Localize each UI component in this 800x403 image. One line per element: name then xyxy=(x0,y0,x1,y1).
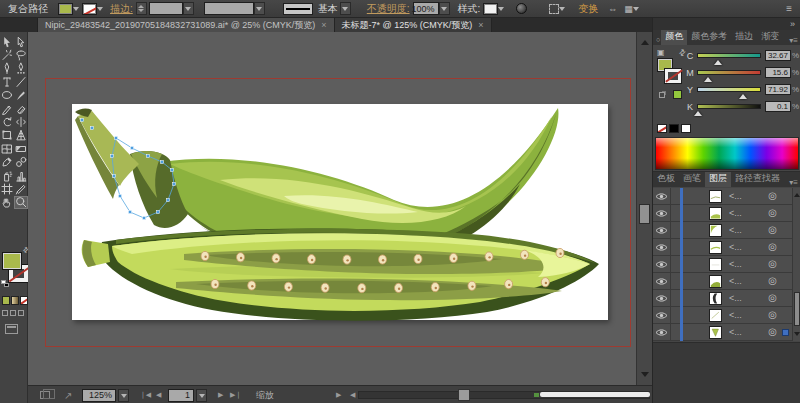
visibility-eye-icon[interactable] xyxy=(653,256,671,273)
opacity-field[interactable]: 100% xyxy=(413,2,439,15)
align-icon[interactable]: ⇔ xyxy=(608,4,617,14)
draw-normal-button[interactable] xyxy=(2,310,8,316)
okra-pod[interactable] xyxy=(82,228,599,320)
variable-width-field[interactable] xyxy=(204,2,254,15)
type-tool[interactable] xyxy=(0,75,14,88)
layer-thumbnail[interactable] xyxy=(709,190,722,203)
brush-stroke-preview[interactable] xyxy=(283,3,313,15)
zoom-level-field[interactable]: 125% xyxy=(82,386,116,403)
visibility-eye-icon[interactable] xyxy=(653,188,671,205)
stroke-weight-dropdown[interactable] xyxy=(183,2,194,15)
width-tool[interactable] xyxy=(14,115,28,128)
target-circle-icon[interactable]: ◎ xyxy=(768,327,777,337)
gradient-tool[interactable] xyxy=(14,142,28,155)
zoom-tool[interactable] xyxy=(14,196,28,209)
symbol-sprayer-tool[interactable] xyxy=(0,169,14,182)
target-circle-icon[interactable]: ◎ xyxy=(768,225,777,235)
none-mode-button[interactable] xyxy=(20,296,28,305)
slider-thumb[interactable] xyxy=(694,107,702,116)
ellipse-tool[interactable] xyxy=(0,89,14,102)
lasso-tool[interactable] xyxy=(14,48,28,61)
horizontal-scroll-grip[interactable] xyxy=(458,389,470,401)
layer-thumbnail[interactable] xyxy=(709,292,722,305)
fill-proxy-swatch[interactable] xyxy=(2,252,22,270)
layer-label[interactable]: <... xyxy=(729,225,742,235)
screen-mode-button[interactable] xyxy=(5,324,18,334)
color-panel-tab[interactable]: 描边 xyxy=(731,30,757,45)
layers-panel-tab[interactable]: 画笔 xyxy=(679,172,705,187)
layer-row[interactable]: <...◎ xyxy=(653,205,800,222)
document-tab[interactable]: 未标题-7* @ 125% (CMYK/预览)× xyxy=(335,18,492,32)
eraser-tool[interactable] xyxy=(14,102,28,115)
color-spectrum[interactable] xyxy=(655,137,799,170)
stroke-color-swatch[interactable] xyxy=(82,3,97,15)
style-dropdown-icon[interactable] xyxy=(498,7,504,14)
layer-row[interactable]: <...◎ xyxy=(653,290,800,307)
layers-panel-tab[interactable]: 色板 xyxy=(653,172,679,187)
next-artboard-icon[interactable]: ▶ xyxy=(218,386,223,403)
free-transform-tool[interactable] xyxy=(0,129,14,142)
rotate-tool[interactable] xyxy=(0,115,14,128)
draw-inside-button[interactable] xyxy=(18,310,24,316)
out-of-gamut-icon[interactable] xyxy=(659,92,665,98)
layers-scroll-up-icon[interactable] xyxy=(794,190,800,197)
artboard-number-field[interactable]: 1 xyxy=(168,386,194,403)
layer-thumbnail[interactable] xyxy=(709,326,722,339)
eyedropper-tool[interactable] xyxy=(0,156,14,169)
selection-tool[interactable] xyxy=(0,35,14,48)
select-similar-icon[interactable] xyxy=(549,4,559,14)
layer-thumbnail[interactable] xyxy=(709,275,722,288)
scroll-up-icon[interactable] xyxy=(641,36,649,45)
layers-scroll-thumb[interactable] xyxy=(794,292,800,326)
stroke-weight-link[interactable]: 描边: xyxy=(110,2,133,16)
layer-thumbnail[interactable] xyxy=(709,207,722,220)
layers-panel-menu-icon[interactable]: ▾≡ xyxy=(789,175,800,187)
magic-wand-tool[interactable] xyxy=(0,48,14,61)
visibility-eye-icon[interactable] xyxy=(653,273,671,290)
select-similar-dropdown[interactable] xyxy=(559,7,565,14)
layer-thumbnail[interactable] xyxy=(709,258,722,271)
layer-row[interactable]: <...◎ xyxy=(653,273,800,290)
in-gamut-swatch[interactable] xyxy=(673,90,682,99)
direct-selection-tool[interactable] xyxy=(14,35,28,48)
line-segment-tool[interactable] xyxy=(14,75,28,88)
layer-label[interactable]: <... xyxy=(729,293,742,303)
channel-slider[interactable] xyxy=(697,53,761,58)
layer-row[interactable]: <...◎ xyxy=(653,188,800,205)
launch-bridge-icon[interactable] xyxy=(40,386,50,403)
layer-thumbnail[interactable] xyxy=(709,309,722,322)
stroke-dropdown-icon[interactable] xyxy=(97,7,103,14)
target-circle-icon[interactable]: ◎ xyxy=(768,293,777,303)
channel-slider[interactable] xyxy=(697,104,761,109)
perspective-grid-tool[interactable] xyxy=(14,129,28,142)
layer-row[interactable]: <...◎ xyxy=(653,222,800,239)
layer-label[interactable]: <... xyxy=(729,310,742,320)
collapse-panels-icon[interactable]: » xyxy=(653,18,800,30)
color-panel-menu-icon[interactable]: ▾≡ xyxy=(789,33,800,45)
blend-tool[interactable] xyxy=(14,156,28,169)
recolor-artwork-icon[interactable] xyxy=(516,3,527,14)
slice-tool[interactable] xyxy=(14,182,28,195)
channel-value-field[interactable]: 32.67 xyxy=(765,50,791,61)
constrain-icon[interactable]: ▣ xyxy=(657,48,665,57)
pen-tool[interactable] xyxy=(0,62,14,75)
layer-row[interactable]: <...◎ xyxy=(653,324,800,341)
channel-slider[interactable] xyxy=(697,87,761,92)
layer-label[interactable]: <... xyxy=(729,259,742,269)
stroke-weight-field[interactable] xyxy=(149,2,183,15)
visibility-eye-icon[interactable] xyxy=(653,324,671,341)
vegetable-artwork[interactable] xyxy=(72,104,608,320)
visibility-eye-icon[interactable] xyxy=(653,205,671,222)
share-icon[interactable]: ↗ xyxy=(64,386,72,403)
target-circle-icon[interactable]: ◎ xyxy=(768,259,777,269)
artboard-dropdown[interactable] xyxy=(196,386,207,403)
curvature-tool[interactable] xyxy=(14,62,28,75)
slider-thumb[interactable] xyxy=(739,90,747,99)
brush-definition-dropdown[interactable] xyxy=(340,2,351,15)
slider-thumb[interactable] xyxy=(714,56,722,65)
panel-stroke-swatch[interactable] xyxy=(665,69,681,83)
target-circle-icon[interactable]: ◎ xyxy=(768,310,777,320)
layers-scrollbar[interactable] xyxy=(792,188,800,341)
canvas-area[interactable] xyxy=(28,32,636,385)
layer-row[interactable]: <...◎ xyxy=(653,239,800,256)
